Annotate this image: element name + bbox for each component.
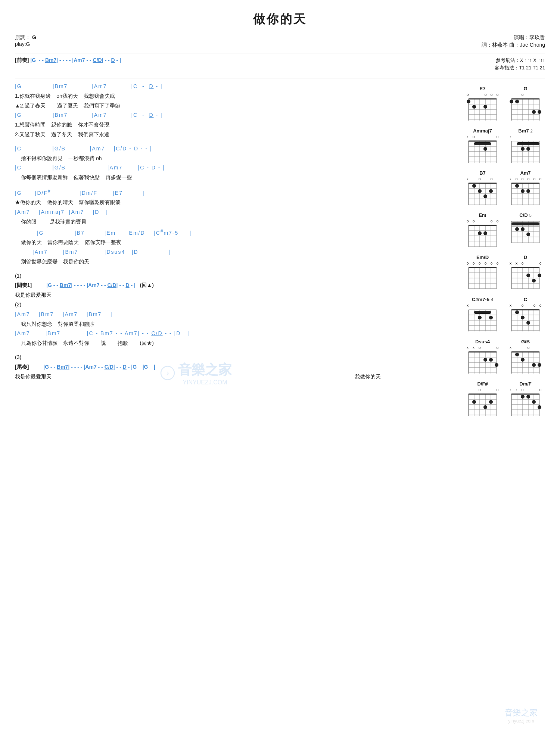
chord-diagram-G: G o xyxy=(506,86,545,122)
chord-name-Dsus4: Dsus4 xyxy=(475,339,490,344)
svg-point-137 xyxy=(526,274,530,277)
svg-point-210 xyxy=(489,400,493,404)
strum-ref: 參考刷法：X ↑↑↑ X ↑↑↑ xyxy=(455,57,545,64)
svg-point-72 xyxy=(489,189,493,193)
svg-point-196 xyxy=(538,363,541,367)
watermark-url-bottom: yinyuezj.com xyxy=(505,718,538,724)
meta-right: 演唱：李玖哲 詞：林燕岑 曲：Jae Chong xyxy=(482,34,545,49)
play-key: play:G xyxy=(15,41,36,47)
content-area: |G |Bm7 |Am7 |C - D - | 1.你就在我身邊 oh我的天 我… xyxy=(15,82,545,417)
dsus4-open-markers: x x o o xyxy=(465,346,500,350)
lyric-4a: 你每個表情那麼新鮮 催著我快點 再多愛一些 xyxy=(15,173,455,182)
finger-ref: 參考指法：T1 21 T1 21 xyxy=(455,65,545,71)
chord-diagram-DmF: Dm/F x x o o xyxy=(506,381,545,417)
strum-finger-refs: 參考刷法：X ↑↑↑ X ↑↑↑ 參考指法：T1 21 T1 21 xyxy=(455,57,545,74)
chord-diagram-D: D x x o o xyxy=(506,255,545,291)
svg-rect-42 xyxy=(474,142,491,145)
chord-line-1: |G |Bm7 |Am7 |C - D - | xyxy=(15,82,455,91)
svg-point-222 xyxy=(521,395,525,399)
svg-point-99 xyxy=(483,231,487,235)
lyric-2a: 1.想暫停時間 親你的臉 你才不會發現 xyxy=(15,121,455,129)
ammaj7-open-markers: x o o xyxy=(465,135,500,139)
prelude-chord-line: [前奏] |G - - Bm7| - - - - |Am7 - - C/D| -… xyxy=(15,57,455,64)
outro-chords: |G - - Bm7| - - - - |Am7 - - C/D| - - D … xyxy=(30,364,155,370)
chord-name-DFsh: D/F# xyxy=(477,381,488,387)
gb-svg xyxy=(508,350,543,375)
svg-point-225 xyxy=(538,405,541,409)
gb-open-markers: x o xyxy=(508,346,543,350)
svg-point-57 xyxy=(526,147,530,151)
dfsh-svg xyxy=(466,393,500,417)
chord-diagram-Cshm75: C#m7-5 4 x xyxy=(463,297,502,333)
chord-line-4: |C |G/B |Am7 |C - D - | xyxy=(15,163,455,172)
b7-open-markers: x o o xyxy=(465,177,500,181)
chord-grid-container: E7 o o o o xyxy=(463,86,545,417)
chord-line-6: |Am7 |Ammaj7 |Am7 |D | xyxy=(15,208,455,217)
svg-point-152 xyxy=(478,316,482,319)
svg-rect-151 xyxy=(474,311,491,314)
svg-point-29 xyxy=(532,110,536,114)
svg-point-70 xyxy=(478,189,482,193)
cshm75-open-markers: x xyxy=(465,303,500,308)
outro-lyrics-row: 我是你最愛那天 我做你的天 xyxy=(15,372,455,381)
singer: 演唱：李玖哲 xyxy=(482,34,545,41)
chord-name-EmD: Em/D xyxy=(476,255,489,260)
g-svg xyxy=(508,97,543,122)
svg-point-179 xyxy=(483,358,487,362)
svg-point-223 xyxy=(526,395,530,399)
am7-svg xyxy=(508,182,543,206)
refs-row: [前奏] |G - - Bm7| - - - - |Am7 - - C/D| -… xyxy=(15,57,545,74)
bottom-watermark: 音樂之家 yinyuezj.com xyxy=(505,707,538,724)
svg-point-114 xyxy=(526,232,530,236)
chord-line-8: |Am7 |Bm7 |Dsus4 |D | xyxy=(15,248,455,257)
outro-line: [尾奏] |G - - Bm7| - - - - |Am7 - - C/D| -… xyxy=(15,363,455,372)
svg-point-208 xyxy=(472,400,476,404)
chord-diagram-Bm7: Bm7 2 x xyxy=(506,128,545,164)
svg-point-27 xyxy=(510,100,513,103)
lyric-10a: 只為你心甘情願 永遠不對你 說 抱歉 (回★) xyxy=(15,339,455,348)
e7-svg xyxy=(466,97,500,122)
lyric-5a: ★做你的天 做你的晴天 幫你曬乾所有眼淚 xyxy=(15,198,455,207)
svg-point-193 xyxy=(515,353,519,356)
dmf-svg xyxy=(508,393,543,417)
chord-name-Em: Em xyxy=(479,212,486,218)
chord-name-E7: E7 xyxy=(480,86,486,91)
svg-point-56 xyxy=(521,147,525,151)
bracket-3: (3) xyxy=(15,353,455,362)
chord-name-B7: B7 xyxy=(479,170,486,176)
c-open-markers: x o o o xyxy=(508,303,543,308)
lyric-6a: 你的眼 是我珍貴的寶貝 xyxy=(15,218,455,227)
svg-point-139 xyxy=(538,274,541,277)
chord-diagram-CD: C/D 5 xyxy=(506,212,545,249)
outro-lyric-right: 我做你的天 xyxy=(355,372,381,381)
chord-line-3: |C |G/B |Am7 |C/D - D - - | xyxy=(15,144,455,153)
original-key: 原調： G xyxy=(15,34,36,41)
bm7-svg xyxy=(508,140,543,164)
page: ♪ 音樂之家 YINYUEZJ.COM 做你的天 原調： G play:G 演唱… xyxy=(0,0,560,746)
chord-diagram-GB: G/B x o xyxy=(506,339,545,375)
chord-name-D: D xyxy=(524,255,527,260)
original-key-value: G xyxy=(32,34,36,40)
lyric-9a: 我只對你想念 對你溫柔和體貼 xyxy=(15,320,455,329)
chord-line-2: |G |Bm7 |Am7 |C - D - | xyxy=(15,111,455,120)
chord-diagram-C: C x o o o xyxy=(506,297,545,333)
meta-left: 原調： G play:G xyxy=(15,34,36,49)
svg-point-13 xyxy=(467,100,470,103)
svg-point-166 xyxy=(521,316,525,319)
ammaj7-svg xyxy=(466,140,500,164)
bracket-prelude: [前奏] xyxy=(15,57,30,63)
e7-open-markers: o o o o xyxy=(465,93,500,97)
chord-diagram-Dsus4: Dsus4 x x o o xyxy=(463,339,502,375)
svg-point-14 xyxy=(472,105,476,109)
em-svg xyxy=(466,224,500,249)
lyric-2b: 2.又過了秋天 過了冬天 我們寫下永遠 xyxy=(15,130,455,139)
cshm75-svg xyxy=(466,308,500,333)
chord-diagram-Ammaj7: Ammaj7 x o o xyxy=(463,128,502,164)
chord-line-9: |Am7 |Bm7 |Am7 |Bm7 | xyxy=(15,310,455,319)
dmf-open-markers: x x o o xyxy=(508,388,543,392)
interlude-label: [間奏1] xyxy=(15,282,32,288)
svg-point-209 xyxy=(483,405,487,409)
meta-row: 原調： G play:G 演唱：李玖哲 詞：林燕岑 曲：Jae Chong xyxy=(15,34,545,49)
lyric-interlude-1: 我是你最愛那天 xyxy=(15,291,455,300)
svg-point-15 xyxy=(483,105,487,109)
